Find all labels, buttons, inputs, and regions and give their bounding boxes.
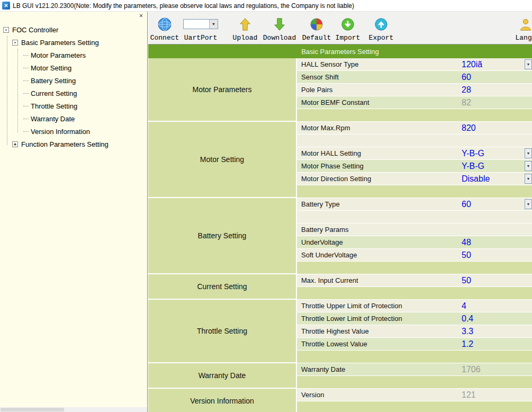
param-row-motor-phase-setting: Motor Phase Setting Y-B-G ▼	[297, 160, 532, 173]
tree-item-battery-setting[interactable]: Battery Setting	[0, 74, 147, 87]
table-header: Basic Parameters Setting	[148, 44, 532, 58]
tree-branch-line	[23, 119, 29, 119]
uartport-select[interactable]: ▼	[183, 19, 218, 29]
close-icon[interactable]: ×	[139, 12, 143, 20]
param-value-readonly: 82	[462, 96, 471, 109]
blank-row	[297, 211, 532, 223]
param-label: UnderVoltage	[301, 238, 343, 246]
category-version-information: Version Information	[148, 389, 297, 412]
dropdown-arrow-icon[interactable]: ▼	[525, 199, 532, 209]
collapse-icon[interactable]: -	[3, 27, 9, 33]
category-warranty-date: Warranty Date	[148, 363, 297, 389]
tree-label: Current Setting	[31, 89, 77, 97]
spacer-row	[297, 376, 532, 389]
dropdown-arrow-icon[interactable]: ▼	[525, 59, 532, 69]
param-row-throttle-highest-value: Throttle Highest Value 3.3	[297, 325, 532, 338]
expand-icon[interactable]: +	[12, 141, 18, 147]
param-value[interactable]: 1.2	[462, 338, 473, 350]
upload-button[interactable]: Upload	[229, 15, 262, 42]
param-value[interactable]: 50	[462, 274, 471, 286]
language-button[interactable]: Langu	[510, 15, 532, 42]
scrollbar-thumb[interactable]	[1, 408, 64, 411]
tree-item-motor-setting[interactable]: Motor Setting	[0, 61, 147, 74]
tree-branch-line	[23, 93, 29, 94]
param-row-warranty-date: Warranty Date 1706	[297, 363, 532, 376]
download-button[interactable]: Download	[262, 15, 297, 42]
export-label: Export	[369, 34, 394, 42]
param-label: Throttle Highest Value	[301, 327, 369, 335]
dropdown-arrow-icon[interactable]: ▼	[525, 174, 532, 184]
section-warranty-date: Warranty Date Warranty Date 1706	[148, 363, 532, 389]
param-row-motor-max-rpm: Motor Max.Rpm 820	[297, 122, 532, 135]
main-panel: Basic Parameters Setting Motor Parameter…	[148, 44, 532, 412]
param-value[interactable]: 60	[462, 71, 471, 83]
tree-item-version-information[interactable]: Version Information	[0, 125, 147, 138]
param-value[interactable]: Disable	[462, 173, 490, 185]
category-battery-setting: Battery Setting	[148, 198, 297, 274]
param-row-undervoltage: UnderVoltage 48	[297, 236, 532, 249]
export-button[interactable]: Export	[366, 15, 396, 42]
param-row-pole-pairs: Pole Pairs 28	[297, 84, 532, 96]
spacer-row	[297, 351, 532, 363]
app-icon: ✕	[2, 2, 10, 10]
export-icon	[374, 15, 388, 34]
window-title: LB GUI v121.20.2300(Note: Modify the par…	[13, 2, 354, 10]
param-label: Throttle Lowest Value	[301, 340, 367, 348]
sidebar-scrollbar[interactable]	[0, 407, 147, 412]
param-value[interactable]: 3.3	[462, 325, 473, 337]
tree-item-current-setting[interactable]: Current Setting	[0, 87, 147, 100]
tree-guide	[17, 49, 18, 132]
section-version-information: Version Information Version 121	[148, 389, 532, 412]
param-row-throttle-upper-limit: Throttle Upper Limit of Protection 4	[297, 300, 532, 312]
tree-item-function-parameters[interactable]: + Function Parameters Setting	[0, 138, 147, 150]
param-label: Throttle Upper Limit of Protection	[301, 302, 402, 310]
spacer-row	[297, 185, 532, 198]
param-value[interactable]: 48	[462, 236, 471, 248]
section-throttle-setting: Throttle Setting Throttle Upper Limit of…	[148, 300, 532, 363]
param-value[interactable]: 820	[462, 122, 476, 134]
section-battery-setting: Battery Setting Battery Type 60 ▼ Batter…	[148, 198, 532, 274]
chevron-down-icon[interactable]: ▼	[209, 20, 218, 29]
spacer-row	[297, 401, 532, 412]
tree-label: Motor Parameters	[31, 51, 86, 59]
param-value[interactable]: 120iã	[462, 58, 482, 70]
param-value[interactable]: 50	[462, 249, 471, 261]
param-value[interactable]: Y-B-G	[462, 160, 484, 172]
param-value[interactable]: 28	[462, 84, 471, 96]
section-motor-parameters: Motor Parameters HALL Sensor Type 120iã …	[148, 58, 532, 122]
collapse-icon[interactable]: -	[12, 40, 18, 46]
tree-item-foc-controller[interactable]: - FOC Controller	[0, 23, 147, 36]
param-label: Motor Max.Rpm	[301, 124, 350, 132]
param-row-motor-direction-setting: Motor Direction Setting Disable ▼	[297, 173, 532, 185]
tree-item-basic-parameters[interactable]: - Basic Parameters Setting	[0, 36, 147, 49]
default-button[interactable]: Default	[300, 15, 333, 42]
tree-item-motor-parameters[interactable]: Motor Parameters	[0, 49, 147, 61]
download-icon	[273, 15, 286, 34]
tree-branch-line	[23, 68, 29, 68]
param-label: Version	[301, 391, 324, 399]
param-row-sensor-shift: Sensor Shift 60	[297, 71, 532, 84]
tree-label: FOC Controller	[12, 26, 58, 34]
param-value[interactable]: Y-B-G	[462, 147, 484, 159]
param-row-hall-sensor-type: HALL Sensor Type 120iã ▼	[297, 58, 532, 71]
import-button[interactable]: Import	[332, 15, 363, 42]
param-row-motor-bemf-constant: Motor BEMF Constant 82	[297, 96, 532, 109]
upload-label: Upload	[233, 34, 258, 42]
param-value[interactable]: 4	[462, 300, 466, 312]
language-label: Langu	[515, 34, 532, 42]
dropdown-arrow-icon[interactable]: ▼	[525, 148, 532, 158]
tree-label: Version Information	[31, 128, 90, 136]
param-label: Pole Pairs	[301, 86, 332, 94]
tree-branch-line	[23, 131, 29, 132]
titlebar: ✕ LB GUI v121.20.2300(Note: Modify the p…	[0, 0, 532, 12]
param-row-throttle-lower-limit: Throttle Lower Limit of Protection 0.4	[297, 312, 532, 325]
connect-button[interactable]: Connect	[149, 15, 180, 42]
tree-item-warranty-date[interactable]: Warranty Date	[0, 112, 147, 125]
param-value[interactable]: 60	[462, 198, 471, 210]
tree-item-throttle-setting[interactable]: Throttle Setting	[0, 100, 147, 112]
sidebar-strip: ×	[0, 12, 147, 21]
language-person-icon	[519, 15, 532, 34]
dropdown-arrow-icon[interactable]: ▼	[525, 161, 532, 171]
param-value[interactable]: 0.4	[462, 312, 473, 325]
param-label: Motor BEMF Constant	[301, 98, 369, 106]
